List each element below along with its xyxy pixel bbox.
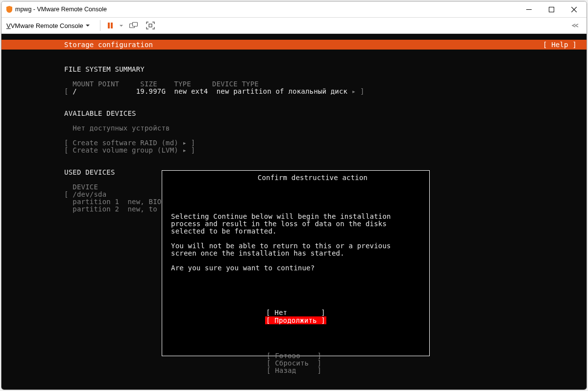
partition-1: partition 1 new, BIO [64,198,161,206]
svg-rect-0 [526,9,532,10]
device-row[interactable]: [ /dev/sda [64,190,106,198]
toolbar-separator [100,20,100,31]
close-button[interactable] [563,2,585,17]
fs-row[interactable]: [ / 19.997G new ext4 new partition of ло… [64,87,365,95]
section-fs-summary: FILE SYSTEM SUMMARY [64,65,145,73]
section-used: USED DEVICES [64,168,115,176]
bottom-nav: [ Готово ] [ Сбросить ] [ Назад ] [1,345,587,382]
svg-rect-3 [111,23,113,28]
maximize-button[interactable] [540,2,562,17]
dialog-text-3: Are you sure you want to continue? [171,264,315,272]
create-raid-button[interactable]: [ Create software RAID (md) ▸ ] [64,139,196,147]
pause-icon [104,22,116,29]
console-menu[interactable]: VVMware Remote Console [6,22,90,29]
app-window: mpwg - VMware Remote Console VVMware Rem… [1,1,587,390]
fs-columns: MOUNT POINT SIZE TYPE DEVICE TYPE [64,80,259,88]
app-icon [5,5,13,13]
no-button[interactable]: [ Нет ] [266,309,325,316]
window-controls [518,2,585,17]
dialog-text-2: You will not be able to return to this o… [171,242,395,257]
back-button[interactable]: [ Назад ] [267,366,321,374]
power-group[interactable] [104,22,123,29]
reset-button[interactable]: [ Сбросить ] [267,359,321,367]
svg-rect-6 [149,24,152,27]
partition-2: partition 2 new, to [64,205,157,213]
svg-rect-5 [132,23,137,26]
done-button[interactable]: [ Готово ] [267,352,321,360]
create-lvm-button[interactable]: [ Create volume group (LVM) ▸ ] [64,146,196,154]
dialog-text-1: Selecting Continue below will begin the … [171,212,395,235]
fullscreen-icon[interactable] [144,22,157,29]
titlebar: mpwg - VMware Remote Console [1,1,587,18]
installer-header: Storage configuration [ Help ] [1,40,587,50]
window-title: mpwg - VMware Remote Console [13,6,518,13]
device-column-header: DEVICE [64,183,98,191]
svg-rect-2 [108,23,110,28]
section-available: AVAILABLE DEVICES [64,109,136,117]
dialog-title: Confirm destructive action [255,174,370,182]
console-menu-label: VMware Remote Console [11,22,83,29]
confirm-dialog: Confirm destructive action Selecting Con… [162,170,430,356]
no-devices-text: Нет доступных устройств [64,124,170,132]
console-area[interactable]: Storage configuration [ Help ] FILE SYST… [1,34,587,390]
chevron-down-icon [85,22,90,29]
help-button[interactable]: [ Help ] [543,40,577,50]
svg-rect-1 [549,7,554,12]
collapse-icon[interactable] [569,23,582,28]
toolbar: VVMware Remote Console [1,18,587,34]
installer-title: Storage configuration [11,40,153,50]
chevron-down-icon [119,22,123,29]
continue-button[interactable]: [ Продолжить ] [265,316,326,324]
send-cad-icon[interactable] [127,22,140,29]
minimize-button[interactable] [518,2,539,17]
